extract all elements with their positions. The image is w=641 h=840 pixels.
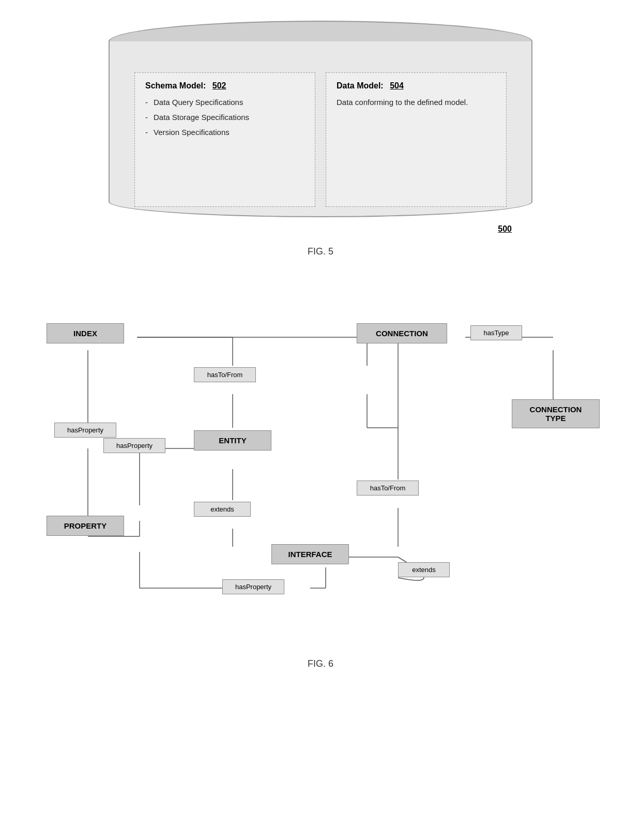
relation-hasproperty3: hasProperty <box>222 579 284 594</box>
relation-hastofrom2: hasTo/From <box>357 481 419 496</box>
entity-property: PROPERTY <box>47 516 124 536</box>
relation-extends2: extends <box>398 562 450 577</box>
relation-hasproperty1: hasProperty <box>54 423 116 438</box>
schema-model-box: Schema Model: 502 Data Query Specificati… <box>134 72 315 207</box>
data-title-text: Data Model: <box>337 81 384 90</box>
list-item: Version Specifications <box>145 127 304 138</box>
relation-extends1: extends <box>194 502 251 517</box>
diagram-lines <box>36 298 605 650</box>
cylinder-diagram: Schema Model: 502 Data Query Specificati… <box>109 21 532 238</box>
entity-connection: CONNECTION <box>357 323 447 343</box>
schema-model-title: Schema Model: 502 <box>145 81 304 91</box>
fig5-container: Schema Model: 502 Data Query Specificati… <box>31 21 610 257</box>
relation-hastofrom1: hasTo/From <box>194 367 256 382</box>
entity-interface: INTERFACE <box>271 544 349 564</box>
cylinder-label-500: 500 <box>498 224 512 234</box>
fig6-caption: FIG. 6 <box>308 658 333 669</box>
relation-hasproperty2: hasProperty <box>103 438 165 453</box>
entity-index: INDEX <box>47 323 124 343</box>
entity-entity: ENTITY <box>194 430 271 451</box>
list-item: Data Query Specifications <box>145 97 304 108</box>
data-model-title: Data Model: 504 <box>337 81 496 91</box>
schema-model-list: Data Query Specifications Data Storage S… <box>145 97 304 138</box>
entity-relationship-diagram: INDEX ENTITY PROPERTY CONNECTION CONNECT… <box>36 298 605 650</box>
schema-model-number: 502 <box>212 81 226 90</box>
data-model-box: Data Model: 504 Data conforming to the d… <box>326 72 507 207</box>
relation-hastype: hasType <box>470 325 522 340</box>
fig6-container: INDEX ENTITY PROPERTY CONNECTION CONNECT… <box>31 298 610 669</box>
cylinder-content: Schema Model: 502 Data Query Specificati… <box>124 62 517 217</box>
schema-title-text: Schema Model: <box>145 81 206 90</box>
fig5-caption: FIG. 5 <box>308 246 333 257</box>
data-model-description: Data conforming to the defined model. <box>337 97 496 109</box>
data-model-number: 504 <box>390 81 404 90</box>
list-item: Data Storage Specifications <box>145 112 304 123</box>
entity-connection-type: CONNECTION TYPE <box>512 399 600 428</box>
